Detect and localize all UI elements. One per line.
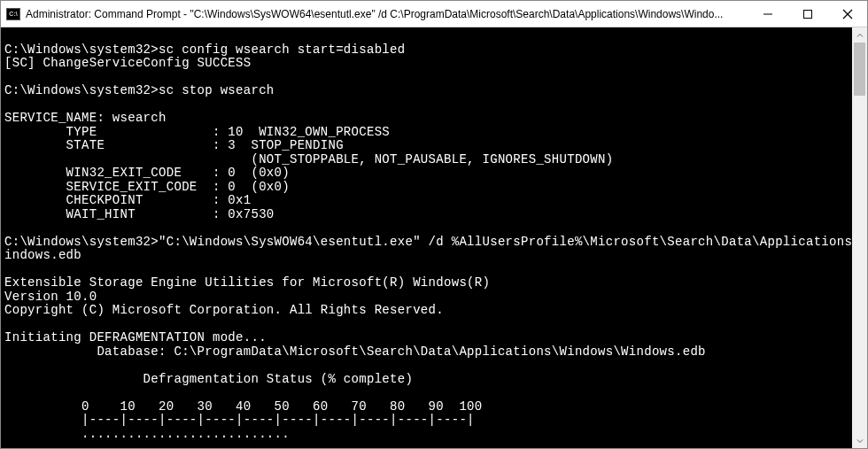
svg-rect-1 <box>803 10 811 18</box>
close-button[interactable] <box>827 1 867 27</box>
vertical-scrollbar[interactable] <box>852 27 867 448</box>
console-area: C:\Windows\system32>sc config wsearch st… <box>1 27 867 448</box>
cmd-icon: C:\ <box>6 8 20 20</box>
maximize-button[interactable] <box>787 1 827 27</box>
command-prompt-window: C:\ Administrator: Command Prompt - "C:\… <box>0 0 868 449</box>
scroll-thumb[interactable] <box>854 43 865 96</box>
window-controls <box>748 1 867 27</box>
chevron-down-icon <box>856 437 864 445</box>
scroll-down-button[interactable] <box>852 433 867 448</box>
minimize-icon <box>763 10 772 19</box>
titlebar[interactable]: C:\ Administrator: Command Prompt - "C:\… <box>1 1 867 27</box>
maximize-icon <box>803 10 812 19</box>
scroll-up-button[interactable] <box>852 27 867 43</box>
close-icon <box>842 9 853 19</box>
minimize-button[interactable] <box>748 1 787 27</box>
chevron-up-icon <box>856 32 864 39</box>
scroll-track[interactable] <box>852 43 867 433</box>
console-output[interactable]: C:\Windows\system32>sc config wsearch st… <box>1 27 852 448</box>
window-title: Administrator: Command Prompt - "C:\Wind… <box>26 8 748 20</box>
